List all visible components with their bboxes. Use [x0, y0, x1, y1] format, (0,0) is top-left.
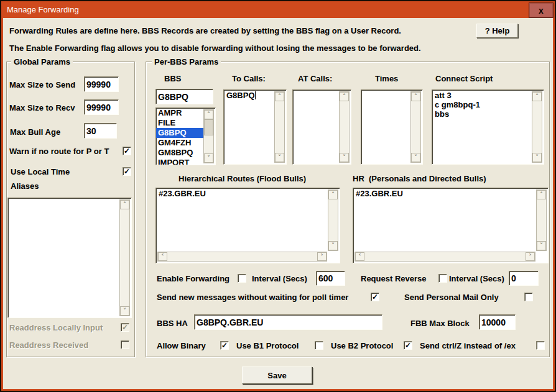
flood-routes-label: Hierarchical Routes (Flood Bulls) — [178, 174, 306, 183]
enable-forwarding-label: Enable Forwarding — [157, 274, 229, 283]
fbb-max-block-input[interactable] — [479, 314, 516, 330]
list-item[interactable]: FILE — [156, 118, 203, 128]
list-item[interactable]: GM4FZH — [156, 138, 203, 148]
scroll-left-icon[interactable]: ˂ — [355, 252, 364, 261]
request-reverse-checkbox[interactable] — [438, 274, 447, 283]
list-item[interactable]: AMPR — [156, 108, 203, 118]
aliases-vscrollbar[interactable]: ˄ ˅ — [119, 199, 130, 316]
scroll-track[interactable] — [204, 135, 213, 153]
scroll-up-icon[interactable]: ˄ — [328, 190, 338, 199]
scroll-track[interactable] — [411, 101, 420, 153]
readdress-local-checkbox: ✓ — [121, 323, 129, 332]
scroll-up-icon[interactable]: ˄ — [204, 110, 213, 119]
scroll-down-icon[interactable]: ˅ — [537, 241, 546, 250]
interval-input[interactable] — [316, 271, 345, 286]
max-bull-age-input[interactable] — [84, 123, 117, 139]
scroll-down-icon[interactable]: ˅ — [532, 153, 542, 162]
bbs-list-vscrollbar[interactable]: ˄ ˅ — [203, 109, 214, 163]
times-textarea[interactable]: ˄ ˅ — [361, 89, 423, 165]
bbs-ha-label: BBS HA — [157, 319, 188, 328]
to-calls-textarea[interactable]: G8BPQ ˄ ˅ — [223, 89, 287, 165]
scroll-track[interactable] — [364, 252, 526, 261]
hr-vscrollbar[interactable]: ˄ ˅ — [536, 189, 547, 251]
bbs-edit-input[interactable] — [155, 89, 213, 104]
header-line2: The Enable Forwarding flag allows you to… — [9, 43, 421, 53]
personal-mail-only-checkbox[interactable] — [524, 293, 533, 301]
readdress-local-label: Readdress Locally Input — [9, 323, 103, 332]
enable-forwarding-checkbox[interactable] — [238, 274, 246, 283]
hr-routes-textarea[interactable]: #23.GBR.EU ˄ ˅ ˂ ˃ — [353, 188, 549, 263]
use-b1-label: Use B1 Protocol — [236, 341, 299, 350]
list-item[interactable]: IMPORT — [156, 158, 203, 165]
scroll-down-icon[interactable]: ˅ — [275, 153, 284, 162]
to-calls-text: G8BPQ — [226, 91, 255, 100]
check-icon: ✓ — [221, 342, 228, 349]
send-new-messages-checkbox[interactable]: ✓ — [371, 293, 379, 301]
scroll-up-icon[interactable]: ˄ — [275, 92, 284, 101]
scroll-left-icon[interactable]: ˂ — [158, 252, 167, 261]
scroll-down-icon[interactable]: ˅ — [204, 153, 213, 163]
send-ctrlz-label: Send ctrl/Z instead of /ex — [420, 341, 516, 350]
scroll-down-icon[interactable]: ˅ — [411, 153, 420, 162]
personal-mail-only-label: Send Personal Mail Only — [404, 293, 499, 302]
list-item-selected[interactable]: G8BPQ — [156, 128, 203, 138]
scroll-up-icon[interactable]: ˄ — [411, 92, 420, 101]
send-new-messages-label: Send new messages without waiting for po… — [157, 293, 348, 302]
close-button[interactable]: x — [529, 2, 554, 18]
check-icon: ✓ — [405, 342, 411, 349]
title-bar[interactable]: Manage Forwarding — [1, 1, 555, 18]
scroll-track[interactable] — [340, 101, 349, 153]
readdress-received-checkbox — [121, 340, 129, 349]
scroll-down-icon[interactable]: ˅ — [120, 306, 129, 316]
times-vscrollbar[interactable]: ˄ ˅ — [410, 91, 421, 163]
scroll-track[interactable] — [532, 101, 542, 153]
save-button[interactable]: Save — [242, 367, 312, 384]
scroll-track[interactable] — [275, 101, 284, 153]
flood-vscrollbar[interactable]: ˄ ˅ — [328, 189, 338, 251]
list-item[interactable]: GM8BPQ — [156, 148, 203, 158]
scroll-right-icon[interactable]: ˃ — [317, 252, 327, 261]
scroll-track[interactable] — [167, 252, 317, 261]
max-bull-age-label: Max Bull Age — [10, 127, 60, 137]
max-size-recv-label: Max Size to Recv — [9, 103, 75, 112]
bbs-ha-input[interactable] — [194, 314, 382, 330]
scroll-up-icon[interactable]: ˄ — [120, 200, 129, 209]
fbb-max-block-label: FBB Max Block — [410, 319, 470, 328]
allow-binary-checkbox[interactable]: ✓ — [220, 341, 229, 350]
scroll-track[interactable] — [328, 199, 338, 241]
use-local-time-label: Use Local Time — [11, 167, 70, 176]
scroll-thumb[interactable] — [204, 119, 213, 135]
flood-hscrollbar[interactable]: ˂ ˃ — [157, 252, 327, 262]
connect-script-vscrollbar[interactable]: ˄ ˅ — [532, 91, 542, 163]
window-title: Manage Forwarding — [7, 5, 79, 14]
connect-script-textarea[interactable]: att 3 c gm8bpq-1 bbs ˄ ˅ — [432, 89, 544, 165]
use-b2-checkbox[interactable]: ✓ — [404, 341, 412, 350]
scroll-right-icon[interactable]: ˃ — [526, 252, 535, 261]
manage-forwarding-dialog: Manage Forwarding x Forwarding Rules are… — [0, 0, 556, 392]
help-button[interactable]: ? Help — [476, 24, 518, 38]
max-size-recv-input[interactable] — [84, 99, 119, 115]
at-calls-textarea[interactable]: ˄ ˅ — [292, 89, 351, 165]
reverse-interval-input[interactable] — [509, 271, 539, 286]
scroll-down-icon[interactable]: ˅ — [340, 153, 349, 162]
at-calls-vscrollbar[interactable]: ˄ ˅ — [339, 91, 350, 163]
flood-routes-textarea[interactable]: #23.GBR.EU ˄ ˅ ˂ ˃ — [155, 188, 340, 263]
close-icon: x — [539, 6, 544, 16]
scroll-track[interactable] — [537, 199, 546, 241]
warn-no-route-label: Warn if no route for P or T — [9, 147, 109, 156]
hr-hscrollbar[interactable]: ˂ ˃ — [354, 252, 535, 262]
warn-no-route-checkbox[interactable]: ✓ — [123, 147, 131, 155]
to-calls-vscrollbar[interactable]: ˄ ˅ — [274, 91, 285, 163]
use-b1-checkbox[interactable] — [315, 341, 323, 350]
scroll-up-icon[interactable]: ˄ — [340, 92, 349, 101]
bbs-listbox[interactable]: AMPR FILE G8BPQ GM4FZH GM8BPQ IMPORT ˄ ˅ — [155, 107, 216, 165]
max-size-send-input[interactable] — [84, 76, 119, 92]
use-local-time-checkbox[interactable]: ✓ — [123, 167, 131, 176]
scroll-up-icon[interactable]: ˄ — [537, 190, 546, 199]
scroll-down-icon[interactable]: ˅ — [328, 241, 338, 250]
aliases-textarea[interactable]: ˄ ˅ — [7, 198, 132, 318]
send-ctrlz-checkbox[interactable] — [536, 341, 545, 350]
scroll-track[interactable] — [120, 209, 129, 306]
check-icon: ✓ — [124, 147, 130, 155]
scroll-up-icon[interactable]: ˄ — [532, 92, 542, 101]
